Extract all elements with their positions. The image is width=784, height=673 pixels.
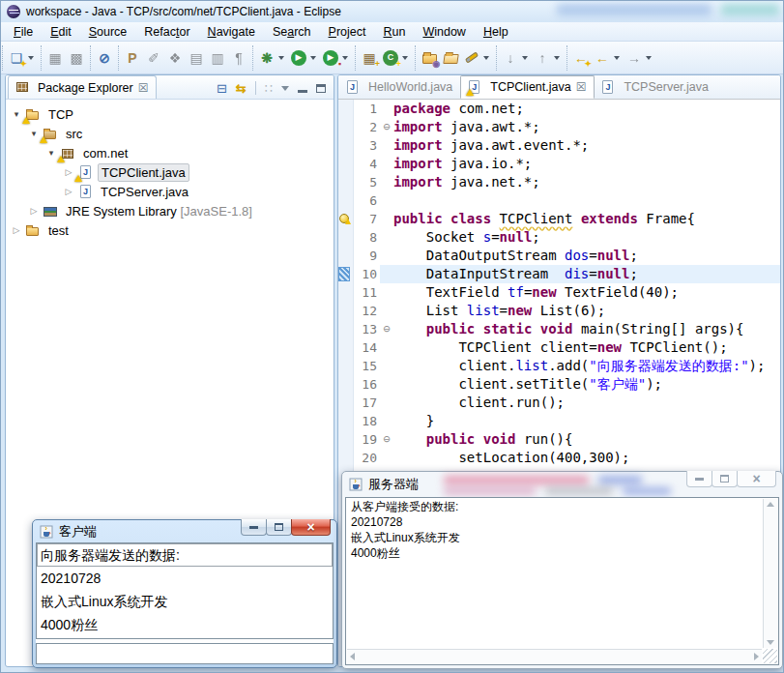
menu-help[interactable]: Help bbox=[475, 23, 517, 41]
menu-refactor[interactable]: Refactor bbox=[135, 23, 198, 41]
scroll-up-icon[interactable] bbox=[767, 502, 774, 507]
build-button[interactable]: ❖ bbox=[164, 47, 186, 69]
chevron-down-icon[interactable]: ▾ bbox=[46, 148, 56, 158]
list-item[interactable]: 20210728 bbox=[347, 514, 762, 530]
new-document-button[interactable]: ▤ bbox=[186, 47, 207, 69]
resize-grip[interactable] bbox=[763, 649, 777, 663]
list-item[interactable]: 从客户端接受的数据: bbox=[347, 499, 762, 514]
message-input[interactable] bbox=[36, 643, 334, 664]
new-class-button-dropdown[interactable] bbox=[402, 56, 408, 60]
fold-collapse-icon[interactable]: ⊖ bbox=[380, 118, 393, 136]
close-button[interactable]: × bbox=[291, 519, 331, 536]
forward-button[interactable]: → bbox=[624, 47, 645, 69]
open-type-button[interactable]: ◉ bbox=[419, 47, 440, 69]
close-icon[interactable]: ☒ bbox=[576, 80, 587, 94]
outline-button[interactable]: ▥ bbox=[207, 47, 228, 69]
horizontal-scrollbar[interactable] bbox=[347, 649, 762, 663]
scroll-down-icon[interactable] bbox=[767, 640, 774, 645]
tab-tcpserver-java[interactable]: JTCPServer.java bbox=[595, 75, 716, 99]
save-button[interactable]: ▦ bbox=[44, 47, 66, 69]
new-package-button[interactable]: ▦+ bbox=[359, 47, 380, 69]
previous-annotation-button[interactable]: ↑ bbox=[532, 47, 553, 69]
tree-item-test[interactable]: ▷test bbox=[10, 220, 334, 240]
new-class-button[interactable]: C+ bbox=[380, 47, 401, 69]
show-whitespace-button[interactable]: ¶ bbox=[228, 47, 249, 69]
list-item[interactable]: 4000粉丝 bbox=[37, 613, 333, 636]
view-menu-icon[interactable] bbox=[281, 86, 289, 91]
maximize-button[interactable] bbox=[266, 519, 292, 536]
debug-button[interactable]: ❋ bbox=[256, 47, 277, 69]
menu-search[interactable]: Search bbox=[264, 23, 320, 41]
chevron-right-icon[interactable]: ▷ bbox=[64, 187, 73, 196]
menu-source[interactable]: Source bbox=[80, 23, 136, 41]
menu-run[interactable]: Run bbox=[374, 23, 414, 41]
list-item[interactable]: 嵌入式Linux系统开发 bbox=[347, 530, 762, 545]
java-cup-icon bbox=[349, 478, 363, 491]
external-tools-button-dropdown[interactable] bbox=[342, 56, 348, 60]
vertical-scrollbar[interactable] bbox=[763, 499, 777, 648]
minimize-button[interactable] bbox=[241, 519, 267, 536]
new-wizard-button-dropdown[interactable] bbox=[28, 56, 34, 60]
close-icon[interactable]: ☒ bbox=[138, 81, 149, 95]
client-window-titlebar[interactable]: 客户端 × bbox=[33, 520, 336, 542]
previous-annotation-button-dropdown[interactable] bbox=[554, 56, 560, 60]
scroll-right-icon[interactable] bbox=[754, 653, 759, 660]
external-tools-button[interactable]: ▶▪ bbox=[320, 47, 341, 69]
collapse-all-icon[interactable]: ⊟ bbox=[217, 82, 227, 95]
menu-project[interactable]: Project bbox=[320, 23, 375, 41]
next-annotation-button-dropdown[interactable] bbox=[522, 56, 528, 60]
new-wizard-button[interactable]: ❏✦ bbox=[6, 47, 27, 69]
scroll-left-icon[interactable] bbox=[350, 653, 355, 660]
save-all-button[interactable]: ▩ bbox=[66, 47, 87, 69]
open-resource-button[interactable] bbox=[440, 47, 461, 69]
list-item[interactable]: 20210728 bbox=[37, 567, 333, 590]
last-edit-location-button[interactable]: ←✦ bbox=[570, 47, 592, 69]
chevron-right-icon[interactable]: ▷ bbox=[64, 167, 73, 177]
tree-item-tcp[interactable]: ▾TCP bbox=[10, 104, 334, 124]
server-message-list[interactable]: 从客户端接受的数据:20210728嵌入式Linux系统开发4000粉丝 bbox=[347, 499, 762, 648]
package-explorer-tab[interactable]: Package Explorer ☒ bbox=[8, 75, 157, 99]
back-button-dropdown[interactable] bbox=[614, 56, 620, 60]
minimize-button[interactable] bbox=[686, 471, 712, 487]
tab-tcpclient-java[interactable]: JTCPClient.java☒ bbox=[460, 75, 595, 99]
menu-edit[interactable]: Edit bbox=[42, 23, 80, 41]
next-annotation-button[interactable]: ↓ bbox=[500, 47, 521, 69]
search-button[interactable] bbox=[461, 47, 482, 69]
chevron-right-icon[interactable]: ▷ bbox=[29, 206, 39, 216]
client-message-list[interactable]: 向服务器端发送的数据:20210728嵌入式Linux系统开发4000粉丝 bbox=[36, 542, 334, 639]
list-item[interactable]: 4000粉丝 bbox=[347, 545, 762, 561]
forward-button-dropdown[interactable] bbox=[646, 56, 652, 60]
chevron-down-icon[interactable]: ▾ bbox=[29, 129, 39, 138]
close-button[interactable]: × bbox=[737, 471, 776, 487]
open-task-button[interactable]: P bbox=[122, 47, 143, 69]
run-button[interactable]: ▶ bbox=[288, 47, 309, 69]
menu-window[interactable]: Window bbox=[414, 23, 474, 41]
tree-item-jre-system-library[interactable]: ▷JRE System Library [JavaSE-1.8] bbox=[10, 201, 334, 220]
tree-item-tcpclient-java[interactable]: ▷JTCPClient.java bbox=[10, 162, 334, 182]
new-package-button-icon: ▦ bbox=[363, 51, 375, 65]
debug-button-dropdown[interactable] bbox=[278, 56, 284, 60]
tree-item-src[interactable]: ▾src bbox=[10, 124, 334, 143]
line-number: 17 bbox=[353, 394, 380, 412]
search-button-dropdown[interactable] bbox=[483, 56, 489, 60]
menu-file[interactable]: File bbox=[5, 23, 42, 41]
run-button-dropdown[interactable] bbox=[310, 56, 316, 60]
server-window-titlebar[interactable]: 服务器端 × bbox=[342, 472, 782, 497]
chevron-right-icon[interactable]: ▷ bbox=[12, 225, 21, 235]
tree-item-tcpserver-java[interactable]: ▷JTCPServer.java bbox=[10, 182, 334, 201]
fold-collapse-icon[interactable]: ⊖ bbox=[380, 320, 393, 338]
menu-navigate[interactable]: Navigate bbox=[199, 23, 264, 41]
minimize-view-icon[interactable] bbox=[298, 90, 307, 93]
back-button[interactable]: ← bbox=[592, 47, 613, 69]
list-item[interactable]: 嵌入式Linux系统开发 bbox=[37, 590, 333, 613]
format-button[interactable]: ✐ bbox=[143, 47, 164, 69]
fold-collapse-icon[interactable]: ⊖ bbox=[380, 430, 393, 449]
skip-breakpoints-button[interactable]: ⊘ bbox=[94, 47, 115, 69]
list-item[interactable]: 向服务器端发送的数据: bbox=[37, 543, 333, 567]
chevron-down-icon[interactable]: ▾ bbox=[12, 109, 21, 119]
tree-item-com-net[interactable]: ▾com.net bbox=[10, 143, 334, 162]
tab-helloworld-java[interactable]: JHelloWorld.java bbox=[339, 75, 460, 99]
link-with-editor-icon[interactable]: ⇆ bbox=[236, 82, 247, 95]
maximize-view-icon[interactable] bbox=[316, 84, 326, 93]
maximize-button[interactable] bbox=[711, 471, 738, 487]
